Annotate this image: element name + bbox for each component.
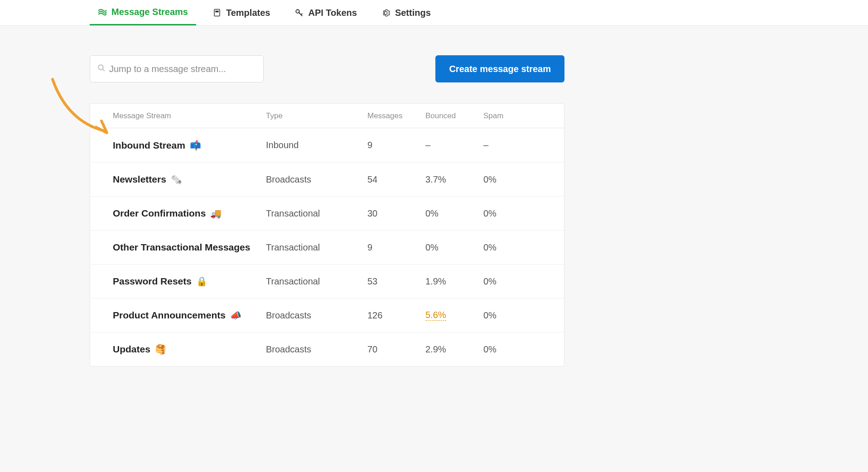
stream-messages: 126 [367, 310, 425, 321]
stream-emoji-icon: 🥞 [155, 344, 166, 354]
nav-tab-message-streams[interactable]: Message Streams [90, 0, 196, 25]
stream-name-text: Other Transactional Messages [113, 242, 250, 252]
stream-bounced: 3.7% [425, 174, 483, 185]
stream-emoji-icon: 🚚 [210, 208, 222, 218]
nav-tab-label: API Tokens [308, 8, 357, 18]
stream-spam: – [483, 140, 533, 150]
gear-icon [381, 8, 391, 17]
bounced-value: 0% [425, 208, 439, 218]
svg-point-3 [98, 65, 103, 70]
svg-rect-0 [214, 10, 220, 16]
stream-spam: 0% [483, 208, 533, 219]
stream-bounced: 2.9% [425, 344, 483, 355]
stream-emoji-icon: 🗞️ [171, 174, 182, 184]
col-header-spam: Spam [483, 111, 533, 120]
svg-rect-1 [215, 11, 219, 13]
streams-table: Message Stream Type Messages Bounced Spa… [90, 103, 564, 366]
stream-name: Product Announcements 📣 [113, 310, 266, 321]
stream-spam: 0% [483, 344, 533, 355]
nav-tab-label: Settings [395, 8, 431, 18]
nav-tab-label: Templates [226, 8, 270, 18]
stream-spam: 0% [483, 276, 533, 287]
stream-type: Broadcasts [266, 310, 367, 321]
templates-icon [212, 8, 222, 17]
stream-messages: 30 [367, 208, 425, 219]
stream-type: Inbound [266, 140, 367, 150]
bounced-value: – [425, 140, 430, 150]
search-icon [97, 64, 106, 74]
stream-name: Order Confirmations 🚚 [113, 208, 266, 219]
stream-type: Transactional [266, 208, 367, 219]
table-row[interactable]: Product Announcements 📣Broadcasts1265.6%… [90, 298, 564, 332]
table-row[interactable]: Inbound Stream 📫Inbound9–– [90, 128, 564, 162]
stream-messages: 53 [367, 276, 425, 287]
search-input[interactable] [109, 64, 256, 74]
stream-messages: 70 [367, 344, 425, 355]
col-header-name: Message Stream [113, 111, 266, 120]
col-header-messages: Messages [367, 111, 425, 120]
stream-type: Broadcasts [266, 344, 367, 355]
stream-name-text: Updates [113, 344, 150, 354]
table-row[interactable]: Updates 🥞Broadcasts702.9%0% [90, 332, 564, 366]
top-nav: Message StreamsTemplatesAPI TokensSettin… [0, 0, 868, 26]
nav-tab-label: Message Streams [111, 7, 188, 17]
create-message-stream-button[interactable]: Create message stream [435, 55, 564, 82]
stream-bounced: 5.6% [425, 310, 483, 321]
stream-name-text: Order Confirmations [113, 208, 206, 218]
bounced-value: 1.9% [425, 276, 446, 286]
bounced-value: 3.7% [425, 174, 446, 184]
action-row: Create message stream [90, 55, 564, 82]
stream-messages: 54 [367, 174, 425, 185]
stream-emoji-icon: 📫 [190, 140, 201, 150]
stream-spam: 0% [483, 174, 533, 185]
stream-emoji-icon: 📣 [230, 310, 241, 320]
stream-type: Transactional [266, 276, 367, 287]
stream-type: Transactional [266, 242, 367, 253]
stream-bounced: – [425, 140, 483, 150]
col-header-type: Type [266, 111, 367, 120]
bounced-value: 2.9% [425, 344, 446, 354]
stream-name: Other Transactional Messages [113, 242, 266, 253]
table-row[interactable]: Password Resets 🔒Transactional531.9%0% [90, 264, 564, 298]
key-icon [294, 8, 304, 17]
stream-name: Newsletters 🗞️ [113, 174, 266, 185]
bounced-value: 5.6% [425, 310, 446, 321]
stream-bounced: 0% [425, 208, 483, 219]
table-row[interactable]: Order Confirmations 🚚Transactional300%0% [90, 196, 564, 230]
stream-type: Broadcasts [266, 174, 367, 185]
search-box[interactable] [90, 55, 264, 82]
nav-tab-api-tokens[interactable]: API Tokens [286, 0, 365, 25]
stream-name-text: Password Resets [113, 276, 192, 286]
main-content: Create message stream Message Stream Typ… [0, 26, 868, 385]
stream-name-text: Newsletters [113, 174, 166, 184]
stream-name: Inbound Stream 📫 [113, 140, 266, 151]
stream-name-text: Product Announcements [113, 310, 226, 320]
table-row[interactable]: Newsletters 🗞️Broadcasts543.7%0% [90, 162, 564, 196]
table-header-row: Message Stream Type Messages Bounced Spa… [90, 104, 564, 128]
stream-spam: 0% [483, 242, 533, 253]
nav-tab-settings[interactable]: Settings [373, 0, 439, 25]
stream-emoji-icon: 🔒 [196, 276, 207, 286]
streams-icon [98, 8, 107, 17]
stream-name: Password Resets 🔒 [113, 276, 266, 287]
stream-messages: 9 [367, 140, 425, 150]
bounced-value: 0% [425, 242, 439, 252]
stream-name: Updates 🥞 [113, 344, 266, 355]
stream-spam: 0% [483, 310, 533, 321]
stream-messages: 9 [367, 242, 425, 253]
stream-bounced: 1.9% [425, 276, 483, 287]
table-row[interactable]: Other Transactional MessagesTransactiona… [90, 230, 564, 264]
svg-line-4 [103, 69, 105, 71]
col-header-bounced: Bounced [425, 111, 483, 120]
stream-name-text: Inbound Stream [113, 140, 185, 150]
stream-bounced: 0% [425, 242, 483, 253]
nav-tab-templates[interactable]: Templates [204, 0, 278, 25]
